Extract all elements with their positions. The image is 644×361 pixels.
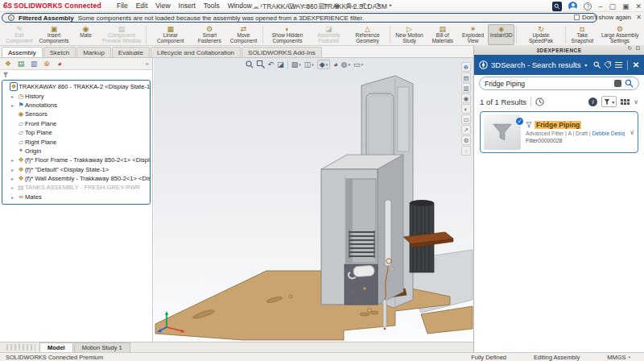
view-orientation-button[interactable]: ▧▾ (291, 60, 301, 68)
menu-tools[interactable]: Tools (204, 2, 220, 10)
menu-insert[interactable]: Insert (179, 2, 196, 10)
help-button[interactable]: ? (584, 2, 592, 10)
history-clock-icon[interactable] (535, 98, 544, 106)
dont-show-again[interactable]: Don't show again (574, 14, 631, 21)
expand-icon[interactable]: ▸ (11, 157, 17, 163)
expand-icon[interactable]: ▸ (11, 176, 17, 181)
tab-scroll-grip[interactable] (6, 344, 35, 351)
zoom-to-area-button[interactable] (257, 60, 265, 68)
notification-close-icon[interactable]: ✕ (636, 14, 642, 21)
dont-show-again-checkbox[interactable] (574, 15, 580, 20)
section-view-button[interactable]: ◪ (277, 60, 284, 68)
share-icon[interactable]: ↗ (461, 125, 471, 135)
user-avatar[interactable] (568, 2, 577, 10)
close-button[interactable]: ✕ (635, 2, 642, 10)
ribbon-button-large-assembly-settings[interactable]: ⚙Large Assembly Settings (597, 24, 642, 45)
expand-result-icon[interactable]: ∨ (630, 129, 634, 136)
configurationmanager-tab-icon[interactable]: ▥ (29, 59, 39, 69)
ribbon-button-mate[interactable]: ◉Mate (72, 24, 99, 45)
ribbon-button-smart-fasteners[interactable]: ⚙Smart Fasteners (193, 24, 226, 45)
ribbon-button-move-component[interactable]: ⇄Move Component▾ (226, 24, 261, 45)
tab-markup[interactable]: Markup (76, 47, 111, 57)
tree-item-mates[interactable]: ▸∞Mates (2, 193, 150, 201)
chevron-down-icon[interactable]: ▾ (584, 62, 587, 68)
view-settings-button[interactable]: ▭▾ (353, 60, 363, 68)
search-icon[interactable] (593, 60, 601, 69)
refresh-icon[interactable]: ↻ (627, 45, 632, 52)
folder-icon[interactable]: ▥ (461, 83, 471, 93)
hide-show-items-button[interactable]: ◆▾ (317, 60, 330, 69)
appearance-icon[interactable]: ◐ (461, 104, 471, 114)
tag-icon[interactable] (604, 60, 611, 69)
tree-item-top-plane[interactable]: ▱Top Plane (2, 128, 150, 137)
units-selector[interactable]: MMGS ▾ (607, 354, 630, 361)
3d-viewport[interactable]: ↶ ◪ ▧▾ ◫▾ ◆▾ ◕ ◍▾ ▭▾ ⊕ ▤ ▥ ◉ ◐ ▭ ↗ ⚙ ◌ (154, 58, 473, 342)
search-submit-icon[interactable] (625, 79, 634, 88)
edit-appearance-button[interactable]: ◕ (333, 60, 337, 68)
previous-view-button[interactable]: ↶ (268, 60, 275, 68)
ribbon-button-take-snapshot[interactable]: ◘Take Snapshot (568, 24, 597, 45)
result-owner-link[interactable]: Debbie Designer (592, 131, 625, 136)
expand-icon[interactable]: ▸ (11, 194, 17, 200)
tree-item-default[interactable]: ▸❖(f)* "Default" <Display State-1> (2, 165, 150, 174)
tree-item-wall-assembly[interactable]: ▸❖(f)* Wall Assembly - Trakkaway 850-2<1… (2, 174, 150, 183)
3dexperience-search-tile[interactable] (552, 2, 562, 11)
close-panel-icon[interactable]: ✕ (633, 60, 639, 69)
zoom-to-fit-button[interactable] (246, 60, 254, 68)
tab-evaluate[interactable]: Evaluate (112, 47, 150, 57)
tree-item-annotations[interactable]: ▸⚑Annotations (2, 101, 150, 110)
display-style-button[interactable]: ◫▾ (304, 60, 314, 68)
tree-item-origin[interactable]: ⌖Origin (2, 147, 150, 156)
tree-item-floor-frame[interactable]: ▸❖(f)* Floor Frame - Trakkaway 850-2<1> … (2, 156, 150, 164)
tree-item-sensors[interactable]: ◉Sensors (2, 110, 150, 118)
ribbon-button-update-speedpak[interactable]: ↻Update SpeedPak Subassemblies (518, 24, 564, 45)
grid-view-icon[interactable] (621, 99, 630, 105)
tree-item-tanks-assembly[interactable]: ▸▤TANKS ASSEMBLY - FRESH-GREY-RWR (2, 183, 150, 192)
expand-icon[interactable]: ▸ (11, 185, 17, 190)
chevron-down-icon[interactable]: ∨ (634, 98, 638, 106)
restore-button[interactable]: ▢ (609, 2, 616, 10)
display-icon[interactable]: ▭ (461, 114, 471, 124)
menu-view[interactable]: View (155, 2, 170, 10)
expand-icon[interactable]: ▸ (11, 167, 17, 172)
advanced-search-icon[interactable] (614, 80, 621, 87)
info-icon[interactable]: i (588, 98, 597, 106)
menu-edit[interactable]: Edit (136, 2, 148, 10)
tab-sketch[interactable]: Sketch (43, 47, 76, 57)
dimxpert-tab-icon[interactable]: ⊕ (42, 59, 52, 69)
tree-item-history[interactable]: ▸◷History (2, 91, 150, 100)
tab-solidworks-addins[interactable]: SOLIDWORKS Add-Ins (242, 47, 322, 57)
ribbon-button-bill-of-materials[interactable]: ▤Bill of Materials (427, 24, 458, 45)
tabs-overflow-icon[interactable]: » (146, 60, 149, 68)
tab-lifecycle-collaboration[interactable]: Lifecycle and Collaboration (151, 47, 241, 57)
propertymanager-tab-icon[interactable]: ▤ (16, 59, 26, 69)
tab-model[interactable]: Model (39, 342, 73, 352)
search-result-card[interactable]: ✓ Fridge Piping Advanced Filter | A | Dr… (480, 111, 638, 153)
dock-pin-icon[interactable]: ⊡ (636, 45, 641, 52)
ribbon-button-new-motion-study[interactable]: ▷New Motion Study (391, 24, 427, 45)
tree-item-root[interactable]: ❖TRAKKAWAY 860 - TRAKKA-2 <Display State… (2, 82, 150, 91)
expand-icon[interactable]: ▸ (11, 93, 17, 99)
minimize-button[interactable]: – (598, 2, 602, 10)
sort-button[interactable]: ▾ (601, 96, 617, 107)
compass-icon[interactable]: ⊕ (461, 62, 471, 72)
tree-item-front-plane[interactable]: ▱Front Plane (2, 119, 150, 128)
tree-item-right-plane[interactable]: ▱Right Plane (2, 137, 150, 146)
settings-icon[interactable]: ◌ (461, 146, 471, 156)
menu-file[interactable]: File (117, 2, 128, 10)
apply-scene-button[interactable]: ◍▾ (341, 60, 350, 68)
displaymanager-tab-icon[interactable]: ◕ (55, 59, 64, 69)
menu-window[interactable]: Window (228, 2, 252, 10)
ribbon-button-show-hidden-components[interactable]: ◐Show Hidden Components (265, 24, 310, 45)
tools-icon[interactable]: ⚙ (461, 135, 471, 145)
visibility-icon[interactable]: ◉ (461, 93, 471, 103)
result-title[interactable]: Fridge Piping (535, 121, 581, 129)
tab-assembly[interactable]: Assembly (2, 47, 43, 57)
featuremanager-tab-icon[interactable]: ❖ (3, 59, 13, 69)
ribbon-button-linear-component-pattern[interactable]: ▦Linear Component Pattern▾ (148, 24, 193, 45)
expand-icon[interactable]: ▸ (11, 102, 17, 108)
search-input[interactable]: Fridge Piping (479, 77, 639, 90)
menu-icon[interactable] (615, 62, 622, 68)
layout-button[interactable]: ▣ (622, 2, 630, 10)
save-cloud-icon[interactable]: ▤ (461, 73, 471, 82)
